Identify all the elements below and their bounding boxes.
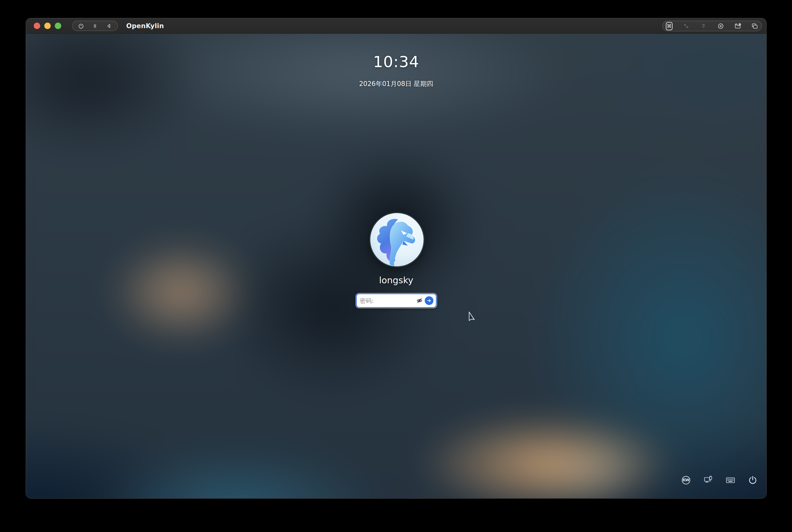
pause-icon[interactable] [92, 23, 98, 30]
minimize-button[interactable] [44, 23, 51, 29]
status-bar: KW [681, 475, 758, 485]
show-password-icon[interactable] [415, 297, 423, 305]
vm-control-group [72, 21, 118, 31]
close-button[interactable] [34, 23, 40, 29]
date: 2026年01月08日 星期四 [26, 79, 766, 88]
username: longsky [26, 275, 766, 285]
windows-icon[interactable] [752, 23, 758, 30]
shared-folder-icon[interactable] [734, 23, 741, 30]
window-title: OpenKylin [126, 22, 164, 30]
power-icon[interactable] [78, 23, 84, 30]
input-method-badge: KW [682, 476, 690, 484]
vm-window: OpenKylin ⌘ [26, 18, 767, 499]
virtual-keyboard-icon[interactable] [725, 475, 735, 485]
login-button[interactable] [425, 296, 433, 305]
mouse-cursor [468, 311, 476, 323]
user-avatar[interactable] [370, 212, 424, 267]
disc-icon[interactable] [717, 23, 724, 30]
back-icon[interactable] [106, 23, 112, 30]
usb-icon [700, 23, 707, 30]
resize-icon [683, 23, 690, 30]
clock: 10:34 [26, 53, 766, 71]
input-method-button[interactable]: KW [681, 475, 691, 485]
titlebar: OpenKylin ⌘ [26, 18, 766, 34]
network-icon[interactable] [703, 475, 713, 485]
shutdown-icon[interactable] [748, 475, 758, 485]
password-field[interactable] [356, 293, 436, 308]
command-key-icon[interactable]: ⌘ [666, 23, 673, 30]
vm-tools-group: ⌘ [662, 21, 762, 31]
login-screen: 10:34 2026年01月08日 星期四 [26, 34, 766, 499]
password-input[interactable] [357, 297, 415, 304]
zoom-button[interactable] [55, 23, 61, 29]
traffic-lights [34, 23, 61, 29]
kylin-dragon-logo [370, 212, 424, 267]
